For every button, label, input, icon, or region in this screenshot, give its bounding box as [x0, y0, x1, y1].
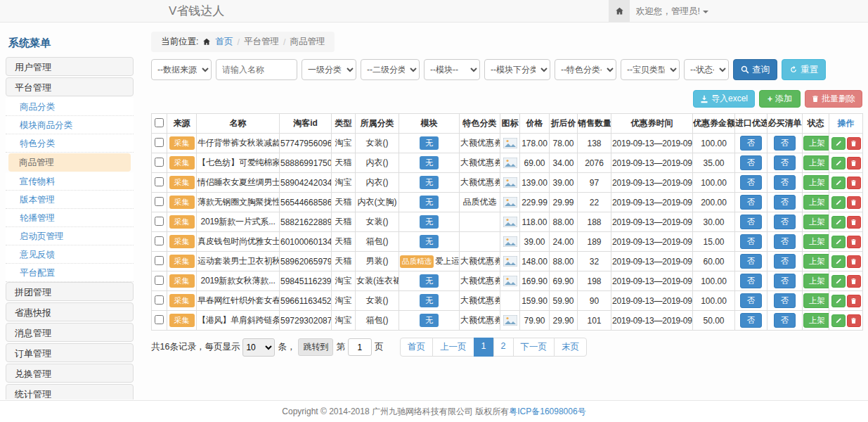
- import-select-toggle[interactable]: 否: [740, 293, 763, 308]
- per-page-select[interactable]: 10: [242, 338, 275, 357]
- filter-status-select[interactable]: --状态--: [684, 59, 729, 80]
- import-select-toggle[interactable]: 否: [740, 274, 763, 288]
- search-button[interactable]: 查询: [733, 59, 777, 80]
- status-button[interactable]: 上架: [803, 254, 829, 269]
- jump-button[interactable]: 跳转到: [298, 338, 333, 356]
- filter-item-type-select[interactable]: --宝贝类型--: [621, 59, 680, 80]
- row-checkbox[interactable]: [155, 158, 164, 167]
- select-all-checkbox[interactable]: [155, 118, 164, 127]
- delete-button[interactable]: [847, 314, 861, 327]
- edit-button[interactable]: [831, 177, 846, 189]
- delete-button[interactable]: [847, 157, 861, 170]
- must-buy-toggle[interactable]: 否: [774, 313, 796, 328]
- edit-button[interactable]: [831, 196, 846, 209]
- filter-name-input[interactable]: [216, 59, 297, 80]
- row-checkbox[interactable]: [155, 177, 164, 186]
- sidebar-item-carousel[interactable]: 轮播管理: [6, 209, 134, 227]
- sidebar-item-version[interactable]: 版本管理: [6, 191, 134, 209]
- import-select-toggle[interactable]: 否: [740, 234, 763, 249]
- import-select-toggle[interactable]: 否: [740, 195, 763, 210]
- edit-button[interactable]: [831, 255, 846, 268]
- sidebar-item-goods-management[interactable]: 商品管理: [8, 153, 131, 172]
- delete-button[interactable]: [847, 236, 861, 248]
- pager-button[interactable]: 上一页: [432, 338, 474, 357]
- sidebar-item-splash-page[interactable]: 启动页管理: [6, 227, 134, 245]
- icp-link[interactable]: 粤ICP备16098006号: [509, 407, 585, 416]
- sidebar-item-express-news[interactable]: 省惠快报: [6, 302, 134, 321]
- sidebar-item-exchange[interactable]: 兑换管理: [6, 364, 134, 383]
- row-checkbox[interactable]: [155, 197, 164, 206]
- edit-button[interactable]: [831, 157, 846, 170]
- import-select-toggle[interactable]: 否: [740, 254, 763, 269]
- status-button[interactable]: 上架: [803, 175, 829, 190]
- user-menu[interactable]: 欢迎您，管理员!: [636, 0, 708, 23]
- status-button[interactable]: 上架: [803, 155, 829, 170]
- must-buy-toggle[interactable]: 否: [774, 254, 796, 269]
- must-buy-toggle[interactable]: 否: [774, 234, 796, 249]
- status-button[interactable]: 上架: [803, 234, 829, 249]
- delete-button[interactable]: [847, 137, 861, 150]
- must-buy-toggle[interactable]: 否: [774, 215, 796, 229]
- import-select-toggle[interactable]: 否: [740, 215, 763, 229]
- sidebar-item-platform-config[interactable]: 平台配置: [6, 264, 134, 282]
- sidebar-item-group-buy[interactable]: 拼团管理: [6, 282, 134, 301]
- delete-button[interactable]: [847, 275, 861, 288]
- delete-button[interactable]: [847, 196, 861, 209]
- delete-button[interactable]: [847, 255, 861, 268]
- must-buy-toggle[interactable]: 否: [774, 274, 796, 288]
- edit-button[interactable]: [831, 314, 846, 327]
- filter-data-source-select[interactable]: --数据来源--: [151, 59, 212, 80]
- row-checkbox[interactable]: [155, 138, 164, 147]
- filter-module-select[interactable]: --模块--: [424, 59, 480, 80]
- must-buy-toggle[interactable]: 否: [774, 195, 796, 210]
- add-button[interactable]: + 添加: [759, 90, 801, 108]
- must-buy-toggle[interactable]: 否: [774, 155, 796, 170]
- import-select-toggle[interactable]: 否: [740, 313, 763, 328]
- import-excel-button[interactable]: 导入excel: [693, 90, 755, 108]
- must-buy-toggle[interactable]: 否: [774, 136, 796, 151]
- filter-feature-category-select[interactable]: --特色分类--: [555, 59, 616, 80]
- row-checkbox[interactable]: [155, 315, 164, 324]
- sidebar-item-platform[interactable]: 平台管理: [6, 77, 134, 96]
- import-select-toggle[interactable]: 否: [740, 136, 763, 151]
- row-checkbox[interactable]: [155, 217, 164, 226]
- filter-level1-category-select[interactable]: 一级分类: [302, 59, 356, 80]
- sidebar-item-messages[interactable]: 消息管理: [6, 323, 134, 342]
- pager-button[interactable]: 下一页: [513, 338, 555, 357]
- edit-button[interactable]: [831, 295, 846, 307]
- breadcrumb-home-link[interactable]: 首页: [215, 36, 233, 48]
- must-buy-toggle[interactable]: 否: [774, 175, 796, 190]
- status-button[interactable]: 上架: [803, 136, 829, 151]
- sidebar-item-module-goods-category[interactable]: 模块商品分类: [6, 116, 134, 134]
- sidebar-item-goods-category[interactable]: 商品分类: [6, 98, 134, 116]
- edit-button[interactable]: [831, 275, 846, 288]
- import-select-toggle[interactable]: 否: [740, 175, 763, 190]
- status-button[interactable]: 上架: [803, 274, 829, 288]
- status-button[interactable]: 上架: [803, 195, 829, 210]
- reset-button[interactable]: 重置: [782, 59, 826, 80]
- pager-button[interactable]: 1: [474, 338, 494, 357]
- edit-button[interactable]: [831, 137, 846, 150]
- batch-delete-button[interactable]: 批量删除: [805, 90, 862, 108]
- status-button[interactable]: 上架: [803, 215, 829, 229]
- row-checkbox[interactable]: [155, 236, 164, 245]
- delete-button[interactable]: [847, 216, 861, 229]
- import-select-toggle[interactable]: 否: [740, 155, 763, 170]
- status-button[interactable]: 上架: [803, 293, 829, 308]
- row-checkbox[interactable]: [155, 295, 164, 305]
- pager-button[interactable]: 2: [493, 338, 514, 357]
- delete-button[interactable]: [847, 295, 861, 307]
- sidebar-item-promo-materials[interactable]: 宣传物料: [6, 172, 134, 191]
- edit-button[interactable]: [831, 216, 846, 229]
- page-number-input[interactable]: [348, 338, 372, 356]
- home-nav-button[interactable]: [609, 0, 630, 22]
- delete-button[interactable]: [847, 177, 861, 189]
- filter-level2-category-select[interactable]: --二级分类--: [361, 59, 420, 80]
- sidebar-item-users[interactable]: 用户管理: [6, 57, 134, 76]
- must-buy-toggle[interactable]: 否: [774, 293, 796, 308]
- row-checkbox[interactable]: [155, 256, 164, 265]
- sidebar-item-orders[interactable]: 订单管理: [6, 343, 134, 362]
- edit-button[interactable]: [831, 236, 846, 248]
- sidebar-item-statistics[interactable]: 统计管理: [6, 384, 134, 399]
- filter-module-subcategory-select[interactable]: --模块下分类--: [484, 59, 550, 80]
